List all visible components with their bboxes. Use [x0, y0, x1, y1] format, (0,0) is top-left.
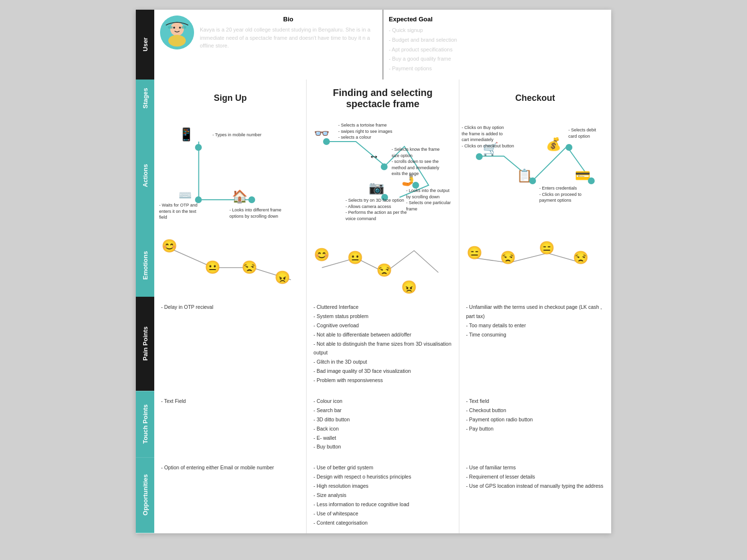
- stage-signup-label: Sign Up: [214, 93, 247, 103]
- opportunities-label: Opportunities: [136, 457, 154, 533]
- cdot4: [588, 177, 595, 184]
- angry-face-2: 😠: [401, 280, 417, 295]
- fnote2: - Selects know the framesize option- scr…: [391, 146, 439, 177]
- note-otp: - Waits for OTP andenters it on the text…: [159, 202, 197, 221]
- cnote2: - Selects debitcard option: [568, 127, 596, 139]
- bio-text: Kavya is a 20 year old college student s…: [200, 26, 377, 50]
- emotion-signup: 😊 😐 😒 😠: [154, 234, 307, 297]
- user-label: User: [136, 10, 154, 80]
- angry-face-1: 😠: [275, 270, 290, 285]
- cdot1: [476, 153, 483, 160]
- user-row: User Bio: [136, 10, 611, 80]
- pain-checkout: - Unfamiliar with the terms used in chec…: [459, 297, 611, 391]
- actions-row: Actions 📱 - Types in mobile number ⌨️ - …: [136, 117, 611, 234]
- user-goal-section: Expected Goal - Quick signup - Budget an…: [383, 10, 612, 80]
- touch-signup-text: - Text Field: [161, 398, 186, 404]
- note-types: - Types in mobile number: [212, 132, 261, 138]
- stage-checkout-label: Checkout: [515, 93, 555, 103]
- dot1: [195, 144, 202, 151]
- fdot2: [381, 163, 388, 170]
- stage-signup: Sign Up: [154, 80, 307, 117]
- user-content: Bio Kavya is a 20 year old college stude…: [154, 10, 611, 80]
- stage-finding-label: Finding and selecting spectacle frame: [312, 87, 453, 110]
- pain-signup: - Delay in OTP recieval: [154, 297, 307, 391]
- otp-icon: ⌨️: [179, 189, 192, 202]
- fnote3: - Selects try on 3D face option- Allows …: [345, 197, 406, 222]
- goal-title: Expected Goal: [389, 16, 606, 23]
- neutral-face-4: 😒: [500, 250, 516, 265]
- touch-checkout: - Text field - Checkout button - Payment…: [459, 391, 611, 457]
- touch-points-row: Touch Points - Text Field - Colour icon …: [136, 391, 611, 457]
- svg-point-1: [170, 22, 184, 36]
- emotions-content: 😊 😐 😒 😠 😊 😐 😒 😠: [154, 234, 611, 297]
- happy-face-1: 😊: [162, 239, 177, 254]
- note-scroll: - Looks into different frameoptions by s…: [229, 207, 281, 219]
- neutral-face-1: 😐: [205, 260, 220, 275]
- emotions-label: Emotions: [136, 234, 154, 297]
- action-finding: 👓 - Selects a tortoise frame- swipes rig…: [307, 117, 459, 234]
- touch-finding: - Colour icon - Search bar - 3D ditto bu…: [307, 391, 459, 457]
- opp-signup-text: - Option of entering either Email or mob…: [161, 464, 274, 470]
- action-checkout: 🛒 - Clicks on Buy optionthe frame is add…: [459, 117, 611, 234]
- opp-finding: - Use of better grid system - Design wit…: [307, 457, 459, 533]
- stages-row: Stages Sign Up Finding and selecting spe…: [136, 80, 611, 117]
- cdot2: [566, 144, 572, 151]
- stages-label: Stages: [136, 80, 154, 117]
- goal-text: - Quick signup - Budget and brand select…: [389, 26, 606, 74]
- pain-finding: - Cluttered Interface - System status pr…: [307, 297, 459, 391]
- bio-column: Bio Kavya is a 20 year old college stude…: [200, 16, 377, 74]
- neutral-face-3: 😑: [467, 245, 482, 260]
- emotion-finding: 😊 😐 😒 😠: [307, 234, 459, 297]
- cnote1: - Clicks on Buy optionthe frame is added…: [462, 125, 514, 149]
- svg-rect-5: [168, 26, 173, 29]
- actions-content: 📱 - Types in mobile number ⌨️ - Waits fo…: [154, 117, 611, 234]
- stage-checkout: Checkout: [459, 80, 611, 117]
- happy-face-3: 😑: [539, 240, 554, 256]
- cdot3: [529, 177, 536, 184]
- dot3: [248, 196, 255, 203]
- bio-title: Bio: [200, 16, 377, 23]
- avatar: [160, 16, 194, 49]
- stages-content: Sign Up Finding and selecting spectacle …: [154, 80, 611, 117]
- pain-points-content: - Delay in OTP recieval - Cluttered Inte…: [154, 297, 611, 391]
- pain-signup-text: - Delay in OTP recieval: [161, 304, 213, 310]
- stage-finding: Finding and selecting spectacle frame: [307, 80, 459, 117]
- sad-face-3: 😒: [573, 250, 588, 265]
- happy-face-2: 😊: [314, 247, 329, 262]
- emotions-row: Emotions 😊 😐 😒 😠: [136, 234, 611, 297]
- money-icon: 💰: [546, 137, 561, 152]
- arrows-icon: ↔️: [369, 150, 379, 163]
- home-icon: 🏠: [232, 189, 247, 204]
- action-signup: 📱 - Types in mobile number ⌨️ - Waits fo…: [154, 117, 307, 234]
- pain-points-row: Pain Points - Delay in OTP recieval - Cl…: [136, 297, 611, 391]
- fdot1: [323, 138, 330, 145]
- touch-points-label: Touch Points: [136, 391, 154, 457]
- svg-point-3: [173, 27, 175, 29]
- opp-signup: - Option of entering either Email or mob…: [154, 457, 307, 533]
- touch-signup: - Text Field: [154, 391, 307, 457]
- fnote1: - Selects a tortoise frame- swipes right…: [338, 122, 392, 141]
- opportunities-content: - Option of entering either Email or mob…: [154, 457, 611, 533]
- svg-point-2: [168, 35, 186, 47]
- camera-icon: 📷: [369, 180, 384, 195]
- svg-rect-6: [181, 26, 186, 29]
- user-bio-section: Bio Kavya is a 20 year old college stude…: [154, 10, 383, 80]
- opp-checkout: - Use of familiar terms - Requirement of…: [459, 457, 611, 533]
- actions-label: Actions: [136, 117, 154, 234]
- touch-points-content: - Text Field - Colour icon - Search bar …: [154, 391, 611, 457]
- neutral-face-2: 😐: [347, 250, 363, 265]
- fnote4: - Looks into the outputby scrolling down…: [406, 188, 458, 212]
- sad-face-1: 😒: [242, 260, 257, 275]
- emotion-checkout: 😑 😒 😑 😒: [459, 234, 611, 297]
- pain-points-label: Pain Points: [136, 297, 154, 391]
- phone-icon: 📱: [179, 127, 194, 142]
- svg-point-4: [179, 27, 181, 29]
- cnote3: - Enters credentials- Clicks on proceed …: [539, 185, 582, 204]
- sad-face-2: 😒: [376, 263, 392, 278]
- opportunities-row: Opportunities - Option of entering eithe…: [136, 457, 611, 533]
